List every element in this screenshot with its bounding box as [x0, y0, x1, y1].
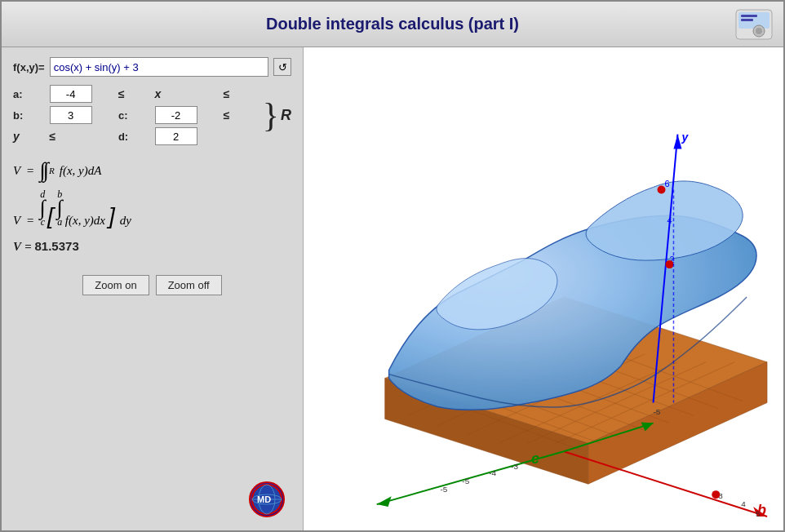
zoom-on-button[interactable]: Zoom on [82, 275, 149, 295]
formula-2-dy: dy [120, 214, 131, 228]
inner-lower: a [57, 217, 62, 228]
r-label: R [281, 107, 291, 124]
b-label: b: [13, 109, 47, 122]
function-row: f(x,y)= ↺ [13, 57, 291, 77]
right-bracket: ] [109, 205, 115, 228]
title-bar: Double integrals calculus (part I) [2, 2, 783, 47]
v-label-1: V [13, 164, 20, 178]
formula-2-inner-func: f(x, y)dx [65, 214, 105, 228]
buttons-row: Zoom on Zoom off [13, 275, 291, 295]
leq-x-left: ≤ [118, 87, 152, 100]
c-tick-neg5: -5 [462, 477, 469, 485]
y-axis-label: y [681, 131, 689, 144]
leq-y-left: ≤ [224, 109, 253, 122]
inner-integral-bounds: b ∫ a [57, 189, 63, 228]
svg-text:MD: MD [257, 494, 271, 504]
leq-x-right: ≤ [224, 87, 253, 100]
v-label-2: V [13, 214, 20, 228]
b-tick-4: 4 [741, 499, 746, 508]
d-label: d: [118, 131, 152, 143]
c-tick-neg6: -5 [440, 485, 447, 494]
formula-1-func: f(x, y)dA [60, 164, 102, 178]
svg-rect-4 [741, 15, 757, 17]
outer-integral-sym: ∫ [40, 200, 46, 217]
result-v-label: V [13, 240, 21, 253]
bounds-section: a: ≤ x ≤ b: c: ≤ y ≤ d: [13, 85, 291, 145]
y-dot-upper [665, 260, 673, 268]
function-input[interactable] [50, 57, 268, 77]
svg-point-3 [756, 28, 762, 34]
tool-icon [734, 8, 774, 41]
md-logo: MD [249, 481, 285, 517]
left-bracket: [ [47, 205, 54, 228]
y-dot-lower [658, 185, 666, 193]
c-label: c: [118, 109, 152, 122]
c-tick-neg4: -4 [489, 468, 496, 477]
formula-line-2: V = d ∫ c [ b ∫ a f [13, 189, 291, 228]
refresh-button[interactable]: ↺ [273, 58, 291, 76]
c-input[interactable] [155, 106, 197, 124]
outer-lower: c [41, 217, 45, 228]
integral-sub-R: R [49, 166, 55, 175]
graph-svg: y 6 4 2 b 3 4 [304, 47, 783, 530]
svg-rect-5 [741, 19, 753, 21]
y-tick-4: 4 [667, 215, 672, 225]
result-eq: = [24, 240, 34, 253]
function-label: f(x,y)= [13, 61, 45, 73]
x-var: x [155, 87, 220, 100]
page-title: Double integrals calculus (part I) [266, 15, 519, 33]
bottom-logo-area: MD [13, 481, 291, 521]
b-dot [712, 490, 720, 499]
inner-integral-sym: ∫ [57, 200, 63, 217]
left-panel: f(x,y)= ↺ a: ≤ x ≤ b: c: ≤ [2, 47, 304, 530]
c-neg5: -5 [654, 407, 661, 416]
formula-line-1: V = ∫∫ R f(x, y)dA [13, 160, 291, 181]
y-tick-6: 6 [664, 179, 669, 188]
d-input[interactable] [155, 127, 197, 145]
eq-2: = [23, 214, 38, 228]
a-input[interactable] [50, 85, 92, 103]
c-axis-label: c [531, 450, 539, 467]
a-label: a: [13, 88, 47, 100]
eq-1: = [23, 164, 38, 178]
bounds-grid: a: ≤ x ≤ b: c: ≤ y ≤ d: [13, 85, 253, 145]
r-brace: } [263, 98, 279, 132]
right-panel: y 6 4 2 b 3 4 [304, 47, 783, 530]
b-tick-5: 5 [756, 509, 761, 518]
b-input[interactable] [50, 106, 92, 124]
result-line: V = 81.5373 [13, 239, 291, 254]
formula-section: V = ∫∫ R f(x, y)dA V = d ∫ c [13, 160, 291, 254]
c-tick-neg3: -3 [511, 462, 518, 471]
outer-integral-bounds: d ∫ c [40, 189, 46, 228]
leq-y-right: ≤ [50, 130, 115, 143]
y-var: y [13, 130, 47, 143]
double-integral-symbol: ∫∫ [40, 160, 47, 181]
zoom-off-button[interactable]: Zoom off [156, 275, 222, 295]
result-value: 81.5373 [35, 239, 79, 253]
